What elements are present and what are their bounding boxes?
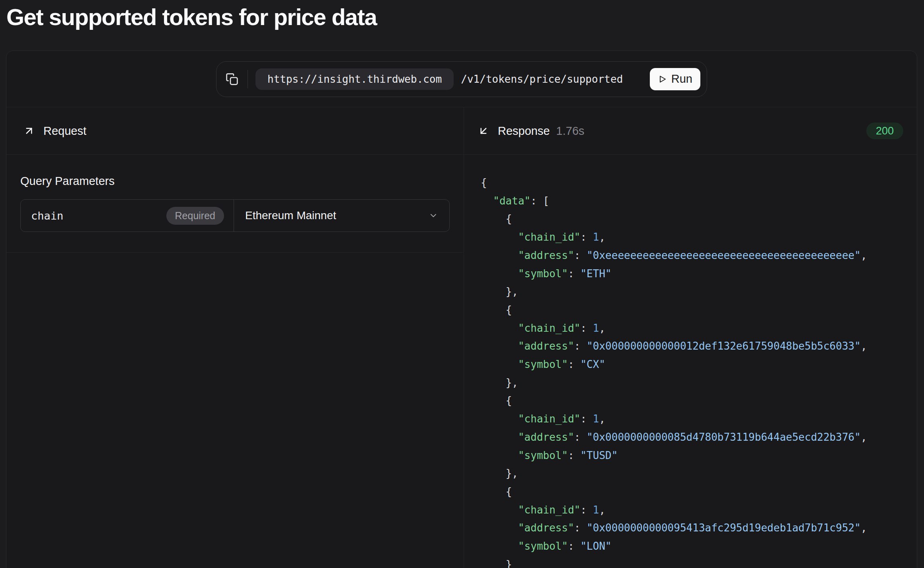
chain-select[interactable]: Ethereum Mainnet xyxy=(234,200,449,231)
query-parameters-section: Query Parameters chain Required Ethereum… xyxy=(6,155,464,253)
run-button[interactable]: Run xyxy=(650,68,700,90)
response-panel: { "data": [ { "chain_id": 1, "address": … xyxy=(464,155,917,568)
required-badge: Required xyxy=(166,207,224,225)
copy-url-button[interactable] xyxy=(216,62,248,97)
copy-icon xyxy=(226,73,238,86)
base-url: https://insight.thirdweb.com xyxy=(255,68,454,90)
url-bar-divider xyxy=(248,70,248,88)
api-playground-card: https://insight.thirdweb.com /v1/tokens/… xyxy=(6,51,917,568)
endpoint-path: /v1/tokens/price/supported xyxy=(461,73,623,85)
url-bar: https://insight.thirdweb.com /v1/tokens/… xyxy=(216,61,707,97)
chain-select-value: Ethereum Mainnet xyxy=(245,209,336,222)
request-panel-title: Request xyxy=(43,124,86,138)
page-title: Get supported tokens for price data xyxy=(6,3,924,31)
run-button-label: Run xyxy=(671,72,692,86)
response-duration: 1.76s xyxy=(556,124,585,138)
panels-header: Request Response 1.76s 200 xyxy=(6,107,917,155)
request-panel: Query Parameters chain Required Ethereum… xyxy=(6,155,464,568)
param-row-chain: chain Required Ethereum Mainnet xyxy=(20,199,450,232)
response-json-body: { "data": [ { "chain_id": 1, "address": … xyxy=(464,155,917,568)
param-name: chain xyxy=(31,210,63,222)
chevron-down-icon xyxy=(429,211,438,220)
arrow-up-right-icon xyxy=(23,125,35,137)
response-panel-header: Response 1.76s 200 xyxy=(464,107,917,154)
status-badge: 200 xyxy=(866,123,903,139)
query-parameters-title: Query Parameters xyxy=(20,174,450,188)
play-icon xyxy=(658,74,667,84)
request-panel-header: Request xyxy=(6,107,464,154)
arrow-down-left-icon xyxy=(478,125,489,137)
response-panel-title: Response xyxy=(498,124,550,138)
param-label-cell: chain Required xyxy=(21,200,234,231)
panels-body: Query Parameters chain Required Ethereum… xyxy=(6,155,917,568)
url-bar-header: https://insight.thirdweb.com /v1/tokens/… xyxy=(6,51,917,107)
